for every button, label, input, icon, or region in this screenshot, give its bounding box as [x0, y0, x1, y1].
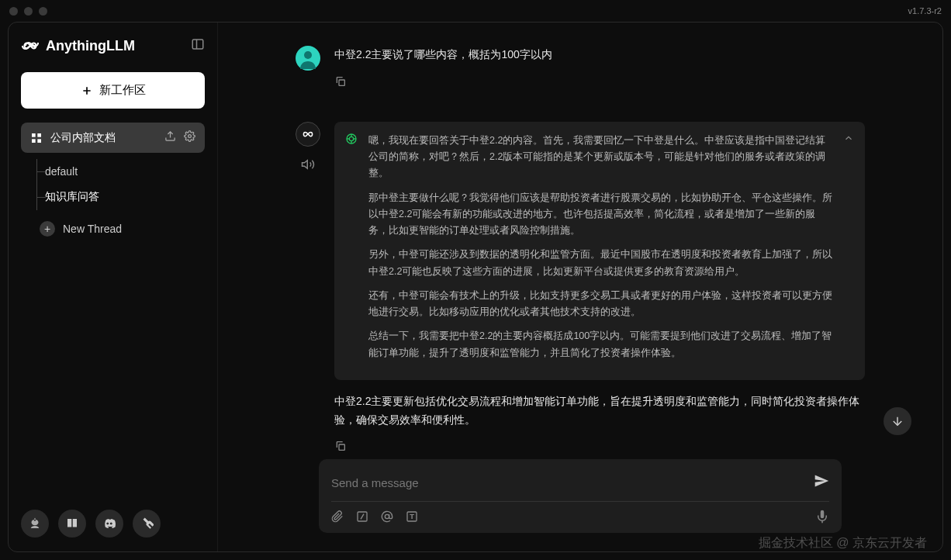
thinking-brain-icon [345, 133, 358, 148]
at-mention-icon[interactable] [381, 510, 393, 526]
input-area: T [319, 459, 842, 533]
maximize-window[interactable] [39, 7, 47, 16]
footer-settings-button[interactable] [133, 510, 161, 538]
microphone-icon[interactable] [815, 510, 829, 527]
new-workspace-button[interactable]: 新工作区 [21, 72, 205, 109]
text-format-icon[interactable]: T [406, 510, 418, 526]
footer-discord-button[interactable] [95, 510, 123, 538]
bot-avatar [296, 122, 320, 147]
panel-toggle-icon[interactable] [191, 37, 205, 54]
app-logo: AnythingLLM [21, 36, 135, 55]
thinking-paragraph: 那中登主要做什么呢？我觉得他们应该是帮助投资者进行股票交易的，比如协助开仓、平仓… [368, 190, 835, 240]
attachment-icon[interactable] [331, 510, 344, 526]
footer-home-button[interactable] [21, 510, 49, 538]
thread-item-kb[interactable]: 知识库问答 [37, 184, 205, 210]
main-panel: 中登2.2主要说了哪些内容，概括为100字以内 [218, 22, 942, 551]
svg-rect-19 [339, 444, 344, 450]
sidebar-footer [21, 510, 205, 538]
thread-label: default [45, 165, 78, 178]
svg-rect-4 [32, 133, 36, 137]
bot-message-body: 嗯，我现在要回答关于中登2.2的内容。首先，我需要回忆一下中登是什么。中登应该是… [334, 122, 865, 456]
grid-icon [30, 132, 43, 144]
svg-marker-12 [303, 161, 308, 169]
thinking-paragraph: 嗯，我现在要回答关于中登2.2的内容。首先，我需要回忆一下中登是什么。中登应该是… [368, 133, 835, 182]
workspace-item[interactable]: 公司内部文档 [21, 123, 205, 153]
bot-answer-text: 中登2.2主要更新包括优化交易流程和增加智能订单功能，旨在提升透明度和监管能力，… [334, 392, 865, 430]
input-toolbar: T [331, 502, 829, 527]
gear-icon[interactable] [184, 130, 195, 145]
svg-point-23 [385, 514, 389, 518]
window-controls [9, 7, 47, 16]
svg-rect-6 [32, 139, 36, 143]
message-input[interactable] [331, 476, 814, 489]
footer-docs-button[interactable] [58, 510, 86, 538]
bot-message-row: 嗯，我现在要回答关于中登2.2的内容。首先，我需要回忆一下中登是什么。中登应该是… [296, 122, 865, 456]
plus-circle-icon: + [40, 221, 55, 237]
svg-line-22 [361, 514, 364, 520]
app-name: AnythingLLM [46, 38, 135, 54]
titlebar: v1.7.3-r2 [0, 0, 951, 22]
send-button[interactable] [814, 473, 829, 492]
svg-text:T: T [410, 513, 414, 520]
new-thread-label: New Thread [63, 223, 122, 235]
user-message-text: 中登2.2主要说了哪些内容，概括为100字以内 [334, 46, 865, 64]
user-message-row: 中登2.2主要说了哪些内容，概括为100字以内 [296, 46, 865, 91]
thinking-content: 嗯，我现在要回答关于中登2.2的内容。首先，我需要回忆一下中登是什么。中登应该是… [347, 133, 852, 361]
input-top-row [331, 467, 829, 502]
svg-point-10 [304, 51, 312, 59]
upload-icon[interactable] [164, 130, 176, 145]
version-label: v1.7.3-r2 [908, 6, 942, 16]
user-message-actions [334, 75, 865, 91]
new-thread-button[interactable]: + New Thread [36, 215, 205, 243]
close-window[interactable] [9, 7, 18, 16]
speaker-icon[interactable] [301, 157, 315, 175]
sidebar: AnythingLLM 新工作区 公司内部文档 default 知识库问答 [9, 22, 218, 551]
thinking-paragraph: 还有，中登可能会有技术上的升级，比如支持更多交易工具或者更好的用户体验，这样投资… [368, 288, 835, 321]
bot-side-icons [296, 122, 320, 456]
slash-command-icon[interactable] [356, 510, 368, 526]
thinking-paragraph: 另外，中登可能还涉及到数据的透明化和监管方面。最近中国股市在透明度和投资者教育上… [368, 247, 835, 280]
thread-label: 知识库问答 [45, 190, 99, 204]
infinity-icon [21, 36, 40, 55]
svg-rect-7 [37, 139, 41, 143]
svg-rect-5 [37, 133, 41, 137]
watermark: 掘金技术社区 @ 京东云开发者 [759, 535, 927, 551]
chat-area: 中登2.2主要说了哪些内容，概括为100字以内 [218, 22, 942, 459]
workspace-actions [164, 130, 195, 145]
svg-rect-11 [339, 80, 344, 85]
scroll-down-button[interactable] [884, 407, 911, 435]
svg-point-9 [188, 135, 192, 138]
thread-item-default[interactable]: default [37, 159, 205, 184]
new-workspace-label: 新工作区 [99, 83, 146, 98]
thread-tree: default 知识库问答 [36, 159, 205, 210]
sidebar-header: AnythingLLM [21, 36, 205, 55]
user-avatar [296, 46, 320, 71]
thinking-paragraph: 总结一下，我需要把中登2.2的主要内容概括成100字以内。可能需要提到他们改进了… [368, 328, 835, 361]
user-message-body: 中登2.2主要说了哪些内容，概括为100字以内 [334, 46, 865, 91]
app-frame: AnythingLLM 新工作区 公司内部文档 default 知识库问答 [8, 22, 943, 552]
minimize-window[interactable] [24, 7, 33, 16]
copy-icon[interactable] [334, 440, 347, 455]
copy-icon[interactable] [334, 75, 347, 91]
thinking-box: 嗯，我现在要回答关于中登2.2的内容。首先，我需要回忆一下中登是什么。中登应该是… [334, 122, 865, 380]
workspace-name: 公司内部文档 [50, 131, 157, 145]
bot-message-actions [334, 440, 865, 455]
chevron-up-icon[interactable] [843, 133, 854, 147]
svg-rect-0 [192, 40, 203, 49]
svg-point-14 [349, 137, 353, 140]
plus-icon [81, 85, 93, 97]
